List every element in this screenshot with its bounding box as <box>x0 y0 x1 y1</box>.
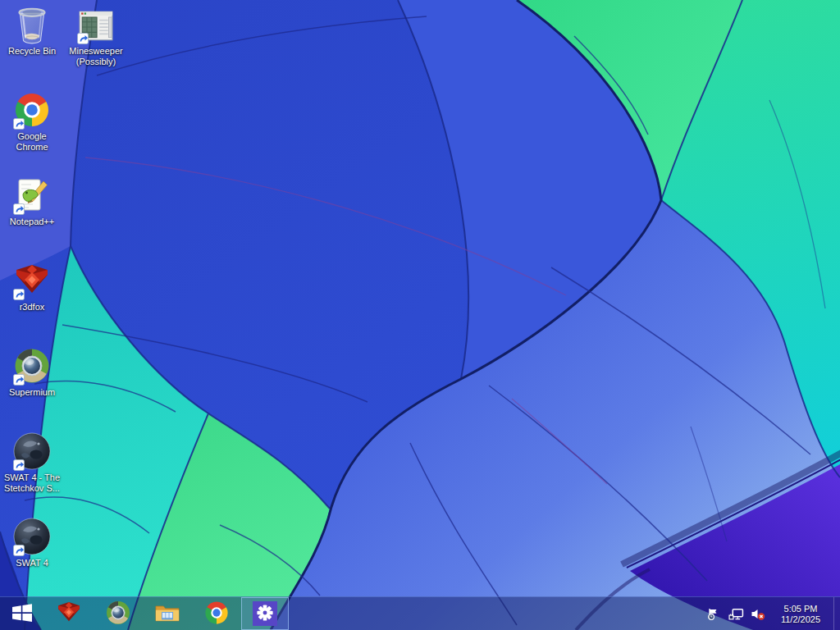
desktop-icon-swat4-stetchkov[interactable]: SWAT 4 - TheStetchkov S... <box>0 431 64 494</box>
desktop-icon-label: SWAT 4 <box>0 558 64 568</box>
volume-muted-icon[interactable] <box>750 607 766 622</box>
supermium-icon <box>106 600 130 628</box>
taskbar-pin-google-chrome[interactable] <box>192 597 241 630</box>
taskbar-pin-supermium[interactable] <box>94 597 143 630</box>
system-tray: 5:05 PM 11/2/2025 <box>705 597 840 630</box>
desktop-icon-minesweeper[interactable]: Minesweeper(Possibly) <box>64 5 128 67</box>
desktop-icon-r3dfox[interactable]: r3dfox <box>0 261 64 313</box>
chrome-icon <box>204 600 229 628</box>
desktop-icon-label: Notepad++ <box>0 217 64 227</box>
desktop-icon-notepad-plus-plus[interactable]: Notepad++ <box>0 176 64 227</box>
start-button[interactable] <box>0 597 44 630</box>
desktop-icon-google-chrome[interactable]: GoogleChrome <box>0 90 64 153</box>
desktop-screen: Recycle Bin Minesweeper( <box>0 0 840 630</box>
network-icon[interactable] <box>728 607 744 622</box>
gear-icon <box>255 603 275 625</box>
r3dfox-icon <box>57 600 81 628</box>
taskbar-pin-r3dfox[interactable] <box>44 597 94 630</box>
shortcut-arrow-overlay <box>13 203 25 215</box>
show-desktop-button[interactable] <box>833 597 838 630</box>
taskbar-pin-file-explorer[interactable] <box>143 597 192 630</box>
action-center-flag-icon[interactable] <box>705 607 722 622</box>
desktop-icon-label: r3dfox <box>0 302 64 313</box>
settings-tile <box>253 601 277 626</box>
desktop-icon-label: GoogleChrome <box>0 131 64 153</box>
taskbar: 5:05 PM 11/2/2025 <box>0 596 840 630</box>
taskbar-clock[interactable]: 5:05 PM 11/2/2025 <box>774 604 828 625</box>
desktop-icon-label: Recycle Bin <box>0 46 64 57</box>
file-explorer-icon <box>155 601 180 626</box>
clock-date: 11/2/2025 <box>774 614 828 625</box>
windows-logo-icon <box>11 602 33 626</box>
shortcut-arrow-overlay <box>77 33 89 44</box>
shortcut-arrow-overlay <box>13 545 25 556</box>
shortcut-arrow-overlay <box>13 374 25 386</box>
desktop-icon-label: Supermium <box>0 387 64 398</box>
shortcut-arrow-overlay <box>13 118 25 130</box>
shortcut-arrow-overlay <box>13 459 25 471</box>
desktop-wallpaper[interactable] <box>0 0 840 630</box>
desktop-icon-swat4[interactable]: SWAT 4 <box>0 517 64 568</box>
desktop-icon-label: Minesweeper(Possibly) <box>64 46 128 67</box>
desktop-icon-supermium[interactable]: Supermium <box>0 346 64 398</box>
taskbar-app-settings[interactable] <box>241 597 289 630</box>
shortcut-arrow-overlay <box>13 289 25 300</box>
desktop-icon-label: SWAT 4 - TheStetchkov S... <box>0 472 64 494</box>
clock-time: 5:05 PM <box>774 604 828 614</box>
desktop-icon-recycle-bin[interactable]: Recycle Bin <box>0 5 64 57</box>
